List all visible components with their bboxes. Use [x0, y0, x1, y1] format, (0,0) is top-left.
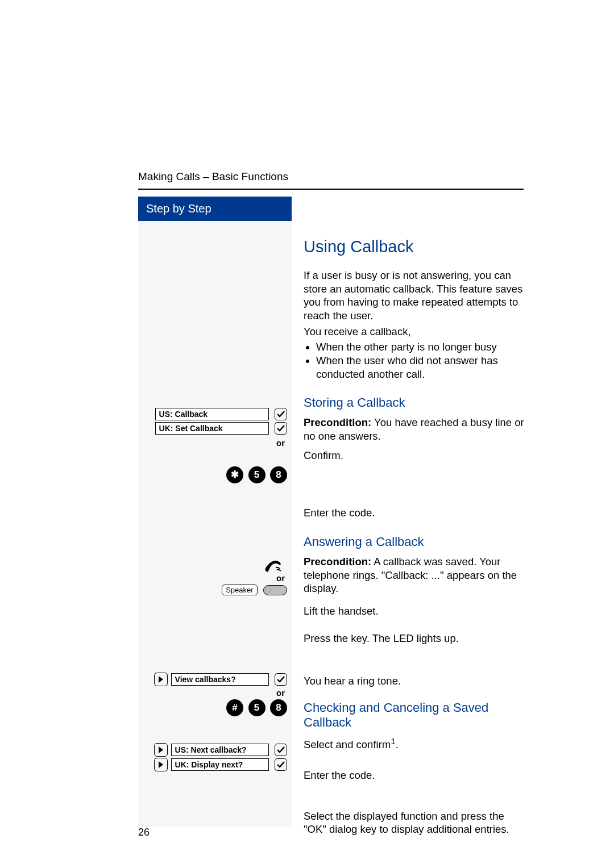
checking-select-confirm: Select and confirm1.: [304, 736, 524, 752]
key-5: 5: [248, 466, 265, 483]
handset-icon: [262, 557, 285, 574]
subsection-storing-title: Storing a Callback: [304, 395, 524, 410]
menu-item: US: Next callback?: [171, 744, 269, 756]
svg-marker-1: [159, 746, 163, 753]
subsection-answering-title: Answering a Callback: [304, 535, 524, 549]
svg-marker-0: [159, 676, 163, 683]
step-by-step-title: Step by Step: [138, 197, 292, 221]
code-keys-hash-5-8: # 5 8: [138, 699, 287, 716]
checking-enter-code: Enter the code.: [304, 769, 524, 782]
menu-item: US: Callback: [155, 408, 269, 420]
subsection-checking-title: Checking and Canceling a Saved Callback: [304, 700, 524, 730]
or-label: or: [138, 438, 287, 448]
answering-lift: Lift the handset.: [304, 604, 524, 618]
key-5: 5: [248, 699, 265, 716]
key-star: ✱: [226, 466, 243, 483]
key-8: 8: [270, 466, 287, 483]
ok-checkmark-icon: [275, 744, 287, 756]
code-keys-star-5-8: ✱ 5 8: [138, 466, 287, 483]
intro-bullet: When the other party is no longer busy: [316, 340, 524, 354]
key-8: 8: [270, 699, 287, 716]
speaker-key-row: Speaker: [138, 585, 287, 595]
step-by-step-column: Step by Step US: Callback UK: Set Callba…: [138, 197, 292, 827]
menu-us-callback-row: US: Callback: [138, 408, 287, 420]
storing-confirm: Confirm.: [304, 449, 524, 462]
menu-item: UK: Set Callback: [155, 422, 269, 435]
storing-precondition: Precondition: You have reached a busy li…: [304, 416, 524, 443]
ok-checkmark-icon: [275, 758, 287, 771]
scroll-arrow-icon: [154, 673, 168, 686]
select-confirm-text: Select and confirm: [304, 738, 391, 750]
or-label: or: [138, 688, 287, 698]
content-column: Using Callback If a user is busy or is n…: [304, 197, 524, 868]
scroll-arrow-icon: [154, 743, 168, 757]
scroll-arrow-icon: [154, 758, 168, 771]
menu-view-callbacks-row: View callbacks?: [138, 673, 287, 686]
or-label: or: [138, 573, 287, 583]
precondition-label: Precondition:: [304, 556, 371, 567]
answering-press-key: Press the key. The LED lights up.: [304, 632, 524, 645]
page-number: 26: [138, 827, 150, 838]
lift-handset-icon-row: [138, 557, 287, 574]
intro-paragraph: If a user is busy or is not answering, y…: [304, 269, 524, 323]
ok-checkmark-icon: [275, 408, 287, 420]
select-confirm-post: .: [396, 738, 399, 750]
section-title: Using Callback: [304, 237, 524, 256]
svg-marker-2: [159, 761, 163, 768]
answering-precondition: Precondition: A callback was saved. Your…: [304, 555, 524, 595]
intro-bullets: When the other party is no longer busy W…: [304, 340, 524, 381]
menu-item: UK: Display next?: [171, 758, 269, 771]
menu-us-next-callback-row: US: Next callback?: [138, 743, 287, 757]
menu-item: View callbacks?: [171, 673, 269, 686]
answering-ringtone: You hear a ring tone.: [304, 674, 524, 688]
menu-uk-set-callback-row: UK: Set Callback: [138, 422, 287, 435]
ok-checkmark-icon: [275, 422, 287, 435]
key-hash: #: [226, 699, 243, 716]
checking-display-next: Select the displayed function and press …: [304, 809, 524, 836]
header-rule: [138, 189, 524, 190]
running-header: Making Calls – Basic Functions: [138, 170, 288, 183]
led-key-icon: [263, 585, 287, 595]
precondition-label: Precondition:: [304, 416, 371, 428]
speaker-key-label: Speaker: [222, 585, 257, 595]
intro-bullet: When the user who did not answer has con…: [316, 354, 524, 381]
storing-enter-code: Enter the code.: [304, 506, 524, 520]
manual-page: Making Calls – Basic Functions Step by S…: [0, 0, 614, 868]
menu-uk-display-next-row: UK: Display next?: [138, 758, 287, 771]
footnote-ref: 1: [391, 736, 396, 746]
intro-paragraph: You receive a callback,: [304, 325, 524, 339]
ok-checkmark-icon: [275, 673, 287, 686]
